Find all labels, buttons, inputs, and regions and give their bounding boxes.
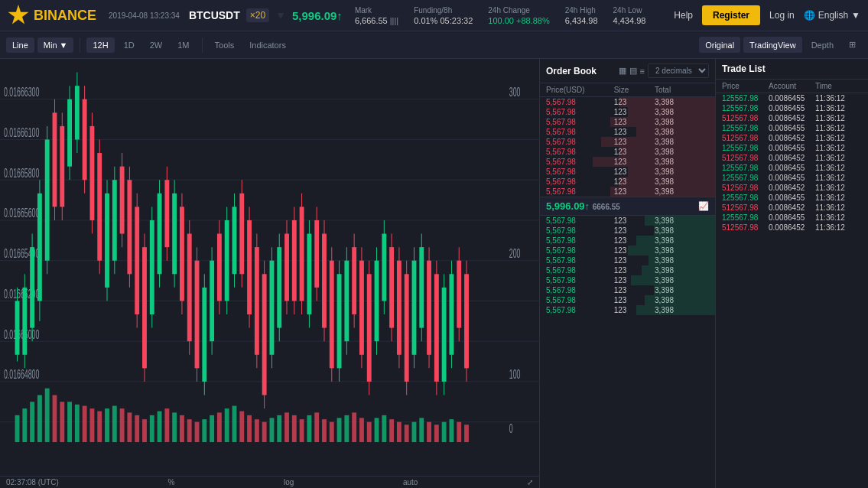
tl-col-account: Account bbox=[769, 82, 815, 90]
ob-sell-row[interactable]: 5,567.98 123 3,398 bbox=[540, 117, 715, 127]
ob-buy-row[interactable]: 5,567.98 123 3,398 bbox=[540, 226, 715, 236]
original-view-button[interactable]: Original bbox=[699, 37, 740, 53]
svg-rect-166 bbox=[187, 419, 192, 442]
leverage-badge: ×20 bbox=[246, 8, 269, 22]
svg-rect-179 bbox=[284, 412, 289, 442]
tools-button[interactable]: Tools bbox=[209, 37, 241, 53]
ob-buy-row[interactable]: 5,567.98 123 3,398 bbox=[540, 255, 715, 265]
ob-icon-3[interactable]: ≡ bbox=[640, 67, 645, 76]
funding-label: Funding/8h bbox=[414, 6, 473, 15]
list-item: 512567.980.008645211:36:12 bbox=[716, 183, 868, 193]
ob-sell-row[interactable]: 5,567.98 123 3,398 bbox=[540, 137, 715, 147]
ob-sell-row[interactable]: 5,567.98 123 3,398 bbox=[540, 187, 715, 197]
svg-rect-163 bbox=[164, 408, 169, 442]
chart-time-label: 02:37:08 (UTC) bbox=[6, 478, 59, 486]
help-button[interactable]: Help bbox=[674, 10, 693, 21]
svg-rect-185 bbox=[330, 422, 334, 442]
svg-rect-175 bbox=[255, 419, 259, 442]
svg-rect-176 bbox=[262, 422, 267, 442]
svg-rect-193 bbox=[389, 419, 394, 442]
ob-buy-row[interactable]: 5,567.98 123 3,398 bbox=[540, 265, 715, 275]
pair-name[interactable]: BTCUSDT bbox=[189, 9, 240, 21]
trade-list-header: Trade List bbox=[716, 59, 868, 80]
main-layout: 0.01666300 0.01666100 0.01665800 0.01665… bbox=[0, 59, 868, 488]
svg-rect-199 bbox=[434, 425, 439, 442]
svg-rect-177 bbox=[270, 418, 275, 442]
svg-rect-200 bbox=[442, 422, 447, 442]
ob-mid-price: 5,996.09↑ 6666.55 📈 bbox=[540, 197, 715, 216]
tab-order-history[interactable]: Order History bbox=[314, 486, 359, 489]
trade-list-rows: 125567.980.008645511:36:12 125567.980.00… bbox=[716, 93, 868, 233]
svg-rect-146 bbox=[37, 395, 42, 443]
ob-col-total: Total bbox=[655, 86, 709, 94]
chart-scale-label: % bbox=[168, 478, 175, 486]
svg-text:200: 200 bbox=[509, 246, 521, 261]
svg-rect-171 bbox=[225, 408, 229, 442]
indicators-button[interactable]: Indicators bbox=[243, 37, 292, 53]
svg-rect-202 bbox=[457, 422, 461, 442]
ob-icon-2[interactable]: ▤ bbox=[629, 66, 637, 76]
interval-12h-button[interactable]: 12H bbox=[86, 37, 114, 53]
dropdown-icon[interactable]: ▼ bbox=[275, 9, 286, 21]
tab-api-key[interactable]: API Key bbox=[506, 486, 533, 489]
min-button[interactable]: Min ▼ bbox=[37, 37, 74, 53]
ob-buy-row[interactable]: 5,567.98 123 3,398 bbox=[540, 246, 715, 255]
svg-rect-150 bbox=[67, 402, 72, 442]
change-value: 100.00 +88.88% bbox=[488, 16, 549, 25]
chart-canvas[interactable]: 0.01666300 0.01666100 0.01665800 0.01665… bbox=[0, 59, 539, 476]
tab-transaction-history[interactable]: Transaction History bbox=[428, 486, 493, 489]
chart-toolbar: Line Min ▼ 12H 1D 2W 1M Tools Indicators… bbox=[0, 31, 868, 59]
svg-rect-203 bbox=[464, 425, 469, 442]
tradingview-button[interactable]: TradingView bbox=[743, 37, 802, 53]
svg-rect-145 bbox=[30, 402, 34, 442]
depth-view-button[interactable]: Depth bbox=[805, 37, 840, 53]
tab-margin-balance[interactable]: Margin Balance bbox=[193, 486, 246, 489]
svg-rect-156 bbox=[112, 406, 117, 442]
svg-rect-152 bbox=[83, 406, 87, 442]
tab-open-orders[interactable]: Open Orders bbox=[258, 486, 301, 489]
interval-1d-button[interactable]: 1D bbox=[118, 37, 141, 53]
ob-sell-row[interactable]: 5,567.98 123 3,398 bbox=[540, 167, 715, 177]
ob-sell-row[interactable]: 5,567.98 123 3,398 bbox=[540, 157, 715, 167]
tab-trade-history[interactable]: Trade History bbox=[371, 486, 416, 489]
ob-buy-row[interactable]: 5,567.98 123 3,398 bbox=[540, 275, 715, 285]
order-book-controls: ▦ ▤ ≡ 2 decimals 1 decimal 0 decimals bbox=[619, 63, 709, 78]
ob-column-headers: Price(USD) Size Total bbox=[540, 83, 715, 97]
line-button[interactable]: Line bbox=[6, 37, 34, 53]
header-actions: Help Register Log in 🌐 English ▼ bbox=[674, 5, 860, 25]
list-item: 125567.980.008645511:36:12 bbox=[716, 123, 868, 133]
register-button[interactable]: Register bbox=[702, 5, 760, 25]
svg-rect-181 bbox=[300, 419, 304, 442]
svg-text:0: 0 bbox=[509, 421, 513, 436]
interval-2w-button[interactable]: 2W bbox=[144, 37, 169, 53]
ob-buy-row[interactable]: 5,567.98 123 3,398 bbox=[540, 216, 715, 226]
language-selector[interactable]: 🌐 English ▼ bbox=[804, 10, 860, 21]
ob-icon-1[interactable]: ▦ bbox=[619, 66, 626, 76]
chart-area: 0.01666300 0.01666100 0.01665800 0.01665… bbox=[0, 59, 539, 488]
ob-sell-row[interactable]: 5,567.98 123 3,398 bbox=[540, 127, 715, 137]
ob-buy-row[interactable]: 5,567.98 123 3,398 bbox=[540, 305, 715, 315]
decimals-select[interactable]: 2 decimals 1 decimal 0 decimals bbox=[648, 63, 709, 78]
login-button[interactable]: Log in bbox=[769, 10, 795, 21]
ob-sell-row[interactable]: 5,567.98 123 3,398 bbox=[540, 147, 715, 157]
pair-info: BTCUSDT ×20 ▼ 5,996.09↑ bbox=[189, 8, 343, 22]
fullscreen-button[interactable]: ⊞ bbox=[843, 37, 862, 53]
chart-mini-icon: 📈 bbox=[698, 201, 709, 211]
ob-sell-row[interactable]: 5,567.98 123 3,398 bbox=[540, 177, 715, 187]
svg-rect-157 bbox=[120, 408, 125, 442]
order-book-header: Order Book ▦ ▤ ≡ 2 decimals 1 decimal 0 … bbox=[540, 59, 715, 83]
svg-rect-186 bbox=[337, 418, 342, 442]
ob-sell-row[interactable]: 5,567.98 123 3,398 bbox=[540, 97, 715, 107]
list-item: 512567.980.008645211:36:12 bbox=[716, 113, 868, 123]
interval-1m-button[interactable]: 1M bbox=[171, 37, 195, 53]
high-stat: 24h High 6,434.98 bbox=[565, 6, 598, 25]
ob-buy-row[interactable]: 5,567.98 123 3,398 bbox=[540, 295, 715, 305]
svg-rect-159 bbox=[135, 415, 139, 442]
ob-col-price: Price(USD) bbox=[546, 86, 614, 94]
svg-rect-144 bbox=[22, 408, 27, 442]
mark-value: 6,666.55 |||| bbox=[355, 16, 398, 25]
ob-sell-row[interactable]: 5,567.98 123 3,398 bbox=[540, 107, 715, 117]
list-item: 512567.980.008645211:36:12 bbox=[716, 153, 868, 163]
ob-buy-row[interactable]: 5,567.98 123 3,398 bbox=[540, 236, 715, 246]
ob-buy-row[interactable]: 5,567.98 123 3,398 bbox=[540, 285, 715, 295]
